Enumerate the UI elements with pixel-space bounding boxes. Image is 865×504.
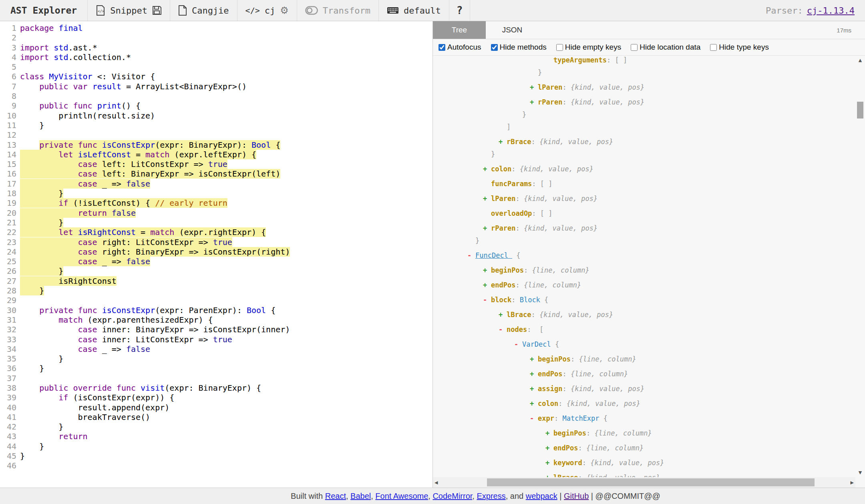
- checkbox[interactable]: [556, 44, 563, 51]
- help-button[interactable]: ?: [449, 0, 471, 21]
- code-line[interactable]: 4import std.collection.*: [0, 52, 432, 62]
- code-line[interactable]: 1package final: [0, 23, 432, 33]
- tree-key[interactable]: funcParams: [491, 180, 532, 188]
- code-line[interactable]: 28 }: [0, 286, 432, 295]
- node-type[interactable]: VarDecl: [522, 340, 551, 348]
- tree-key[interactable]: assign: [538, 385, 562, 393]
- code-line[interactable]: 31 match (expr.parenthesizedExpr) {: [0, 315, 432, 325]
- tree-row[interactable]: +colon: {kind, value, pos}: [433, 398, 865, 409]
- tree-row[interactable]: +keyword: {kind, value, pos}: [433, 458, 865, 468]
- code-line[interactable]: 34 case _ => false: [0, 344, 432, 354]
- tree-key[interactable]: lParen: [538, 83, 562, 91]
- footer-link-babel[interactable]: Babel: [350, 492, 371, 500]
- tree-row[interactable]: }: [433, 149, 865, 159]
- code-line[interactable]: 33 case inner: LitConstExpr => true: [0, 335, 432, 344]
- tree-key[interactable]: endPos: [491, 281, 515, 289]
- tree-key[interactable]: endPos: [538, 370, 562, 378]
- code-line[interactable]: 43 return: [0, 432, 432, 441]
- code-line[interactable]: 22 let isRightConst = match (expr.rightE…: [0, 227, 432, 237]
- keymap-button[interactable]: default: [379, 0, 449, 21]
- code-line[interactable]: 19 if (!isLeftConst) { // early return: [0, 198, 432, 208]
- code-line[interactable]: 21 }: [0, 218, 432, 227]
- tree-row[interactable]: funcParams: [ ]: [433, 179, 865, 189]
- code-line[interactable]: 45}: [0, 451, 432, 461]
- tree-key[interactable]: keyword: [553, 459, 582, 467]
- option-hide-location-data[interactable]: Hide location data: [631, 43, 700, 52]
- code-line[interactable]: 39 if (isConstExpr(expr)) {: [0, 393, 432, 402]
- footer-link-express[interactable]: Express: [477, 492, 505, 500]
- tree-row[interactable]: -VarDecl {: [433, 339, 865, 349]
- tree-key[interactable]: endPos: [553, 444, 578, 452]
- code-line[interactable]: 27 isRightConst: [0, 276, 432, 286]
- code-line[interactable]: 8: [0, 91, 432, 101]
- tree-key[interactable]: rParen: [538, 98, 562, 106]
- tree-key[interactable]: lBrace: [507, 311, 531, 319]
- tree-key[interactable]: beginPos: [538, 355, 571, 363]
- parser-settings-button[interactable]: </> cj ⚙: [237, 0, 297, 21]
- expand-icon[interactable]: +: [530, 384, 538, 394]
- footer-link-webpack[interactable]: webpack: [526, 492, 557, 500]
- ast-tree-view[interactable]: typeArguments: [ ]}+lParen: {kind, value…: [433, 56, 865, 488]
- tree-row[interactable]: +beginPos: {line, column}: [433, 428, 865, 438]
- scroll-left-icon[interactable]: ◀: [435, 477, 438, 488]
- expand-icon[interactable]: +: [483, 265, 491, 275]
- expand-icon[interactable]: +: [483, 223, 491, 233]
- tree-key[interactable]: rParen: [491, 224, 515, 232]
- code-line[interactable]: 32 case inner: BinaryExpr => isConstExpr…: [0, 325, 432, 334]
- checkbox[interactable]: [631, 44, 638, 51]
- code-line[interactable]: 35 }: [0, 354, 432, 363]
- collapse-icon[interactable]: -: [467, 250, 475, 261]
- tree-row[interactable]: +endPos: {line, column}: [433, 280, 865, 290]
- horizontal-scrollbar[interactable]: ◀ ▶: [433, 477, 855, 488]
- expand-icon[interactable]: +: [530, 82, 538, 92]
- tree-row[interactable]: }: [433, 235, 865, 246]
- tree-row[interactable]: -expr: MatchExpr {: [433, 413, 865, 424]
- footer-link-codemirror[interactable]: CodeMirror: [432, 492, 472, 500]
- checkbox[interactable]: [439, 44, 445, 51]
- collapse-icon[interactable]: -: [514, 339, 522, 349]
- code-line[interactable]: 41 breakTraverse(): [0, 412, 432, 422]
- tree-key[interactable]: beginPos: [491, 266, 524, 274]
- option-hide-empty-keys[interactable]: Hide empty keys: [556, 43, 621, 52]
- tab-tree[interactable]: Tree: [433, 21, 486, 39]
- scroll-up-icon[interactable]: ▲: [855, 58, 865, 63]
- collapse-icon[interactable]: -: [483, 295, 491, 305]
- tree-key[interactable]: nodes: [507, 325, 527, 333]
- code-line[interactable]: 13 private func isConstExpr(expr: Binary…: [0, 140, 432, 150]
- tree-row[interactable]: overloadOp: [ ]: [433, 208, 865, 219]
- expand-icon[interactable]: +: [530, 97, 538, 107]
- code-line[interactable]: 10 println(result.size): [0, 111, 432, 120]
- code-line[interactable]: 6class MyVisitor <: Visitor {: [0, 72, 432, 81]
- tree-key[interactable]: beginPos: [553, 429, 586, 437]
- code-line[interactable]: 16 case left: BinaryExpr => isConstExpr(…: [0, 169, 432, 179]
- code-line[interactable]: 46: [0, 461, 432, 470]
- code-line[interactable]: 38 public override func visit(expr: Bina…: [0, 383, 432, 393]
- tree-row[interactable]: -block: Block {: [433, 295, 865, 305]
- tree-row[interactable]: +lParen: {kind, value, pos}: [433, 193, 865, 204]
- tree-row[interactable]: ]: [433, 122, 865, 132]
- tab-json[interactable]: JSON: [486, 21, 539, 39]
- tree-row[interactable]: +endPos: {line, column}: [433, 369, 865, 379]
- transform-toggle[interactable]: Transform: [297, 0, 379, 21]
- scroll-right-icon[interactable]: ▶: [851, 477, 854, 488]
- vertical-scrollbar[interactable]: ▲ ▼: [855, 56, 865, 477]
- tree-row[interactable]: +beginPos: {line, column}: [433, 354, 865, 364]
- code-line[interactable]: 14 let isLeftConst = match (expr.leftExp…: [0, 150, 432, 159]
- tree-row[interactable]: +rParen: {kind, value, pos}: [433, 97, 865, 107]
- collapse-icon[interactable]: -: [499, 324, 507, 335]
- expand-icon[interactable]: +: [545, 428, 553, 438]
- option-hide-type-keys[interactable]: Hide type keys: [710, 43, 769, 52]
- expand-icon[interactable]: +: [483, 193, 491, 204]
- node-type[interactable]: FuncDecl: [475, 251, 512, 259]
- tree-row[interactable]: -nodes: [: [433, 324, 865, 335]
- code-line[interactable]: 20 return false: [0, 208, 432, 218]
- code-line[interactable]: 24 case right: BinaryExpr => isConstExpr…: [0, 247, 432, 257]
- parser-version-link[interactable]: cj-1.13.4: [807, 6, 855, 16]
- code-line[interactable]: 23 case right: LitConstExpr => true: [0, 237, 432, 247]
- tree-row[interactable]: +lBrace: {kind, value, pos}: [433, 309, 865, 320]
- expand-icon[interactable]: +: [483, 280, 491, 290]
- horizontal-scroll-thumb[interactable]: [487, 478, 815, 486]
- footer-link-font-awesome[interactable]: Font Awesome: [375, 492, 428, 500]
- code-line[interactable]: 17 case _ => false: [0, 179, 432, 189]
- code-line[interactable]: 12: [0, 130, 432, 140]
